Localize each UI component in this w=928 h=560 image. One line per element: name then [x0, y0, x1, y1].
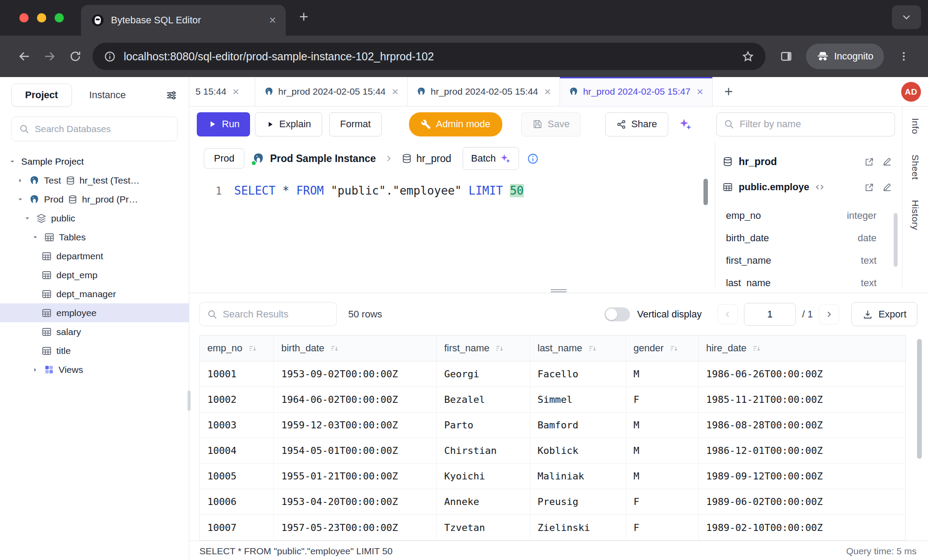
sort-icon[interactable]	[330, 344, 339, 353]
new-query-tab-button[interactable]	[713, 77, 744, 106]
prev-page-button[interactable]	[718, 304, 738, 324]
caret-right-icon[interactable]	[31, 366, 40, 374]
export-button[interactable]: Export	[851, 302, 917, 326]
tab-search-button[interactable]	[892, 5, 921, 29]
table-cell[interactable]: 1953-04-20T00:00:00Z	[274, 489, 437, 514]
table-cell[interactable]: M	[626, 413, 699, 438]
site-info-icon[interactable]	[104, 51, 116, 63]
tree-item-sample-project[interactable]: Sample Project	[0, 152, 189, 171]
sidebar-resize-handle[interactable]	[188, 391, 191, 411]
table-cell[interactable]: M	[626, 464, 699, 489]
next-page-button[interactable]	[819, 304, 839, 324]
sort-icon[interactable]	[669, 344, 678, 353]
sort-icon[interactable]	[752, 344, 761, 353]
tree-item-test[interactable]: Testhr_test (Test…	[0, 171, 189, 190]
query-tab[interactable]: hr_prod 2024-02-05 15:44×	[408, 77, 560, 106]
sort-icon[interactable]	[248, 344, 257, 353]
browser-tab[interactable]: Bytebase SQL Editor ×	[81, 5, 286, 36]
caret-right-icon[interactable]	[16, 177, 25, 184]
table-cell[interactable]: Maliniak	[530, 464, 626, 489]
tree-item-tables[interactable]: Tables	[0, 228, 189, 247]
filter-settings-icon[interactable]	[166, 89, 177, 101]
caret-down-icon[interactable]	[8, 158, 17, 166]
schema-filter[interactable]	[716, 112, 895, 136]
table-cell[interactable]: 1985-11-21T00:00:00Z	[699, 387, 905, 412]
query-tab[interactable]: hr_prod 2024-02-05 15:47×	[560, 77, 712, 106]
results-search-input[interactable]	[223, 309, 329, 320]
table-row[interactable]: 100021964-06-02T00:00:00ZBezalelSimmelF1…	[200, 387, 905, 413]
table-cell[interactable]: 1955-01-21T00:00:00Z	[274, 464, 437, 489]
table-row[interactable]: 100041954-05-01T00:00:00ZChirstianKoblic…	[200, 438, 905, 464]
table-cell[interactable]: Bezalel	[437, 387, 530, 412]
table-row[interactable]: 100061953-04-20T00:00:00ZAnnekePreusigF1…	[200, 489, 905, 515]
database-search[interactable]	[11, 117, 177, 141]
table-row[interactable]: 100031959-12-03T00:00:00ZPartoBamfordM19…	[200, 413, 905, 438]
page-number-input[interactable]	[744, 303, 796, 326]
tree-item-title[interactable]: title	[0, 341, 189, 360]
table-cell[interactable]: M	[626, 438, 699, 463]
results-search[interactable]	[199, 302, 337, 326]
tree-item-dept-emp[interactable]: dept_emp	[0, 265, 189, 284]
table-cell[interactable]: Simmel	[530, 387, 626, 412]
table-cell[interactable]: 1957-05-23T00:00:00Z	[274, 515, 437, 540]
table-cell[interactable]: 1986-06-26T00:00:00Z	[699, 361, 905, 387]
query-tab[interactable]: 5 15:44×	[189, 77, 255, 106]
table-cell[interactable]: 10004	[200, 438, 274, 463]
reload-button[interactable]	[63, 44, 88, 69]
schema-table-row[interactable]: public.employe	[715, 174, 902, 200]
side-tab-history[interactable]: History	[910, 200, 921, 230]
table-cell[interactable]: 10006	[200, 489, 274, 514]
table-cell[interactable]: 1989-09-12T00:00:00Z	[699, 464, 905, 489]
table-cell[interactable]: 10003	[200, 413, 274, 438]
column-header-gender[interactable]: gender	[626, 335, 699, 361]
table-cell[interactable]: 1964-06-02T00:00:00Z	[274, 387, 437, 412]
schema-scrollbar[interactable]	[894, 213, 898, 267]
column-header-emp-no[interactable]: emp_no	[200, 335, 274, 361]
ai-assistant-button[interactable]	[676, 118, 695, 131]
explain-button[interactable]: Explain	[255, 112, 322, 136]
tree-item-department[interactable]: department	[0, 247, 189, 265]
column-header-birth-date[interactable]: birth_date	[274, 335, 437, 361]
close-tab-icon[interactable]: ×	[696, 86, 703, 97]
close-window-button[interactable]	[19, 13, 29, 22]
close-tab-icon[interactable]: ×	[232, 86, 239, 97]
table-cell[interactable]: F	[626, 387, 699, 412]
close-tab-icon[interactable]: ×	[269, 15, 276, 26]
minimize-window-button[interactable]	[37, 13, 46, 22]
table-cell[interactable]: 10002	[200, 387, 274, 412]
table-cell[interactable]: Facello	[530, 361, 626, 387]
table-row[interactable]: 100011953-09-02T00:00:00ZGeorgiFacelloM1…	[200, 361, 905, 387]
tree-item-dept-manager[interactable]: dept_manager	[0, 284, 189, 303]
forward-button[interactable]	[37, 44, 63, 69]
side-tab-info[interactable]: Info	[910, 118, 921, 134]
schema-column-row[interactable]: emp_nointeger	[715, 204, 902, 227]
info-icon[interactable]	[527, 153, 539, 165]
share-button[interactable]: Share	[605, 112, 668, 136]
table-cell[interactable]: 10001	[200, 361, 274, 387]
results-splitter[interactable]	[189, 287, 928, 293]
close-tab-icon[interactable]: ×	[544, 86, 551, 97]
save-button[interactable]: Save	[521, 112, 581, 136]
query-tab[interactable]: hr_prod 2024-02-05 15:44×	[255, 77, 408, 106]
edit-icon[interactable]	[882, 182, 892, 192]
bookmark-star-icon[interactable]	[742, 50, 754, 63]
table-cell[interactable]: 1954-05-01T00:00:00Z	[274, 438, 437, 463]
table-cell[interactable]: Georgi	[437, 361, 530, 387]
sort-icon[interactable]	[495, 344, 504, 353]
table-cell[interactable]: Preusig	[530, 489, 626, 514]
column-header-hire-date[interactable]: hire_date	[699, 335, 905, 361]
batch-mode-button[interactable]: Batch	[463, 147, 519, 170]
admin-mode-button[interactable]: Admin mode	[409, 112, 502, 136]
external-link-icon[interactable]	[864, 157, 874, 167]
table-cell[interactable]: Anneke	[437, 489, 530, 514]
tab-project[interactable]: Project	[11, 84, 72, 107]
schema-database-row[interactable]: hr_prod	[715, 149, 902, 174]
table-cell[interactable]: M	[626, 361, 699, 387]
results-scrollbar[interactable]	[917, 339, 922, 459]
format-button[interactable]: Format	[329, 112, 382, 136]
sql-editor[interactable]: 1 SELECT * FROM "public"."employee" LIMI…	[189, 175, 715, 287]
table-cell[interactable]: Parto	[437, 413, 530, 438]
table-cell[interactable]: 10007	[200, 515, 274, 540]
table-cell[interactable]: Tzvetan	[437, 515, 530, 540]
edit-icon[interactable]	[882, 157, 892, 167]
